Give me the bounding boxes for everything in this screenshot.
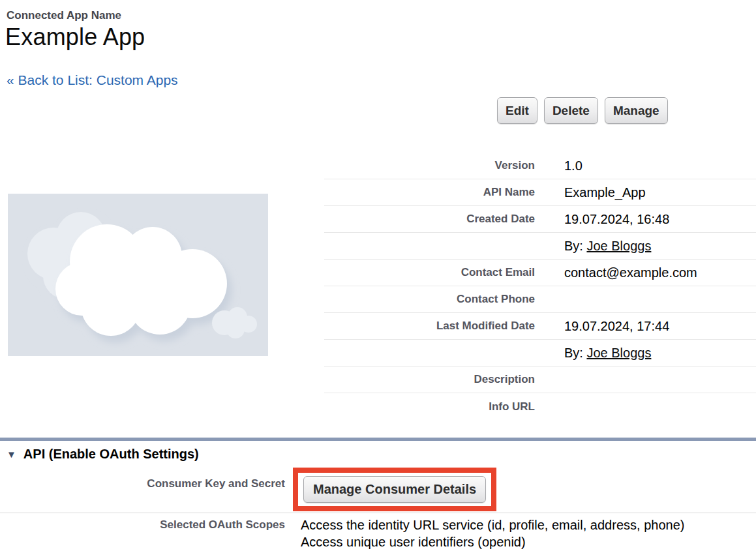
- detail-table: Version 1.0 API Name Example_App Created…: [324, 153, 756, 420]
- detail-row: Created Date 19.07.2024, 16:48: [324, 206, 756, 233]
- detail-label: Last Modified Date: [324, 320, 535, 333]
- detail-row: Contact Phone: [324, 286, 756, 313]
- detail-value: By: Joe Bloggs: [535, 346, 651, 361]
- collapse-triangle-icon[interactable]: ▼: [7, 449, 16, 459]
- detail-row: Last Modified Date 19.07.2024, 17:44: [324, 313, 756, 340]
- cloud-icon: [8, 194, 268, 356]
- oauth-scopes-list: Access the identity URL service (id, pro…: [301, 516, 684, 550]
- detail-label: Description: [324, 373, 535, 386]
- toolbar: Edit Delete Manage: [497, 97, 668, 124]
- detail-row: Description: [324, 366, 756, 393]
- app-logo-image: [8, 194, 268, 356]
- oauth-section-title: API (Enable OAuth Settings): [23, 447, 199, 462]
- consumer-key-secret-label: Consumer Key and Secret: [0, 477, 285, 490]
- by-prefix: By:: [564, 239, 586, 253]
- detail-label: Info URL: [324, 400, 535, 413]
- page-title: Example App: [5, 23, 145, 51]
- detail-row: Version 1.0: [324, 153, 756, 179]
- detail-label: Contact Phone: [324, 293, 535, 306]
- detail-value: Example_App: [535, 185, 646, 200]
- detail-label: Contact Email: [324, 266, 535, 279]
- detail-row: By: Joe Bloggs: [324, 340, 756, 366]
- back-to-list-link[interactable]: « Back to List: Custom Apps: [7, 72, 178, 88]
- detail-row: By: Joe Bloggs: [324, 233, 756, 260]
- detail-value: 19.07.2024, 16:48: [535, 212, 669, 227]
- detail-label: Version: [324, 159, 535, 172]
- detail-row: API Name Example_App: [324, 179, 756, 206]
- row-separator: [0, 513, 756, 513]
- selected-oauth-scopes-label: Selected OAuth Scopes: [0, 518, 285, 531]
- detail-value: 1.0: [535, 158, 582, 173]
- detail-row: Info URL: [324, 393, 756, 420]
- created-by-user-link[interactable]: Joe Bloggs: [586, 239, 651, 253]
- by-prefix: By:: [564, 346, 586, 360]
- section-divider-bar: [0, 438, 756, 441]
- highlight-annotation-box: Manage Consumer Details: [293, 468, 496, 511]
- edit-button[interactable]: Edit: [497, 97, 537, 124]
- oauth-scope-item: Access the identity URL service (id, pro…: [301, 516, 684, 533]
- modified-by-user-link[interactable]: Joe Bloggs: [586, 346, 651, 360]
- detail-value: 19.07.2024, 17:44: [535, 319, 669, 334]
- detail-row: Contact Email contact@example.com: [324, 260, 756, 286]
- detail-label: API Name: [324, 186, 535, 199]
- detail-value: contact@example.com: [535, 265, 697, 280]
- oauth-scope-item: Access unique user identifiers (openid): [301, 533, 684, 550]
- manage-consumer-details-button[interactable]: Manage Consumer Details: [303, 476, 486, 503]
- manage-button[interactable]: Manage: [605, 97, 668, 124]
- delete-button[interactable]: Delete: [544, 97, 598, 124]
- detail-value: By: Joe Bloggs: [535, 239, 651, 254]
- connected-app-name-label: Connected App Name: [7, 9, 121, 22]
- detail-label: Created Date: [324, 213, 535, 226]
- oauth-section-header: ▼ API (Enable OAuth Settings): [7, 447, 199, 462]
